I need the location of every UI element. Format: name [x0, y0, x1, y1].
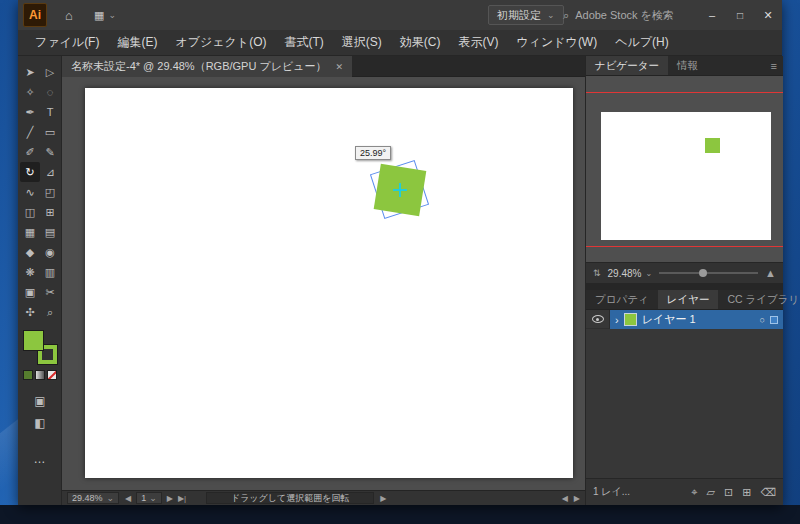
perspective-grid-tool[interactable]: ⊞: [40, 202, 60, 222]
artboard-number-field[interactable]: 1 ⌄: [136, 492, 162, 504]
line-segment-tool[interactable]: ╱: [20, 122, 40, 142]
hand-tool[interactable]: ✣: [20, 302, 40, 322]
blend-tool[interactable]: ◉: [40, 242, 60, 262]
tab-layers[interactable]: レイヤー: [658, 290, 719, 309]
layer-target-icon[interactable]: ○: [760, 315, 765, 325]
visibility-cell[interactable]: [586, 310, 610, 329]
last-artboard-icon[interactable]: ▶|: [178, 494, 186, 503]
scroll-right-icon[interactable]: ▶: [380, 494, 386, 503]
next-artboard-icon[interactable]: ▶: [167, 494, 173, 503]
menu-select[interactable]: 選択(S): [333, 34, 391, 51]
expand-chevron-icon[interactable]: ›: [615, 314, 619, 326]
close-button[interactable]: ✕: [754, 0, 782, 30]
gradient-tool[interactable]: ▤: [40, 222, 60, 242]
column-graph-tool[interactable]: ▥: [40, 262, 60, 282]
drawing-mode-icon[interactable]: ▣: [18, 394, 62, 408]
zoom-steppers-icon[interactable]: ⇅: [593, 268, 601, 278]
chevron-down-icon: ⌄: [108, 10, 116, 20]
rotate-tool[interactable]: ↻: [20, 162, 40, 182]
menu-window[interactable]: ウィンドウ(W): [507, 34, 606, 51]
arrange-documents-button[interactable]: ▦ ⌄: [88, 0, 122, 30]
zoom-level-select[interactable]: 29.48% ⌄: [67, 492, 119, 504]
navigator-zoom-text: 29.48%: [608, 268, 642, 279]
menu-object[interactable]: オブジェクト(O): [166, 34, 275, 51]
menu-type[interactable]: 書式(T): [275, 34, 332, 51]
panel-menu-icon[interactable]: ≡: [765, 56, 783, 75]
visibility-eye-icon[interactable]: [592, 315, 604, 323]
locate-object-icon[interactable]: ⌖: [691, 486, 697, 499]
make-clip-mask-icon[interactable]: ▱: [707, 486, 715, 499]
menu-edit[interactable]: 編集(E): [108, 34, 166, 51]
home-icon[interactable]: ⌂: [56, 0, 82, 30]
edit-toolbar-button[interactable]: …: [18, 452, 62, 466]
mesh-tool[interactable]: ▦: [20, 222, 40, 242]
minimize-button[interactable]: –: [698, 0, 726, 30]
document-tab[interactable]: 名称未設定-4* @ 29.48%（RGB/GPU プレビュー） ✕: [62, 56, 352, 77]
zoom-slider-thumb[interactable]: [699, 269, 707, 277]
navigator-zoom-slider[interactable]: [659, 272, 758, 274]
pen-tool[interactable]: ✒: [20, 102, 40, 122]
document-tab-title: 名称未設定-4* @ 29.48%（RGB/GPU プレビュー）: [71, 59, 326, 74]
adobe-stock-search[interactable]: ⌕ Adobe Stock を検索: [563, 5, 674, 25]
status-hint: ドラッグして選択範囲を回転: [206, 492, 374, 504]
chevron-down-icon: ⌄: [645, 269, 652, 278]
screen-mode-icon[interactable]: ◧: [18, 416, 62, 430]
new-sublayer-icon[interactable]: ⊡: [724, 486, 733, 499]
rectangle-tool[interactable]: ▭: [40, 122, 60, 142]
slice-tool[interactable]: ✂: [40, 282, 60, 302]
maximize-button[interactable]: □: [726, 0, 754, 30]
main-area: ➤ ▷ ✧ ◌ ✒ T ╱ ▭ ✐ ✎ ↻ ⊿ ∿ ◰ ◫ ⊞ ▦: [18, 56, 782, 505]
tab-properties[interactable]: プロパティ: [586, 290, 658, 309]
workspace-switcher[interactable]: 初期設定 ⌄: [488, 5, 564, 25]
tab-close-icon[interactable]: ✕: [335, 62, 343, 72]
symbol-sprayer-tool[interactable]: ❋: [20, 262, 40, 282]
zoom-in-icon[interactable]: ▲: [765, 267, 776, 279]
eyedropper-tool[interactable]: ◆: [20, 242, 40, 262]
direct-selection-tool[interactable]: ▷: [40, 62, 60, 82]
canvas[interactable]: 25.99°: [62, 77, 585, 490]
gradient-button[interactable]: [35, 370, 45, 380]
type-tool[interactable]: T: [40, 102, 60, 122]
menu-help[interactable]: ヘルプ(H): [606, 34, 678, 51]
lasso-tool[interactable]: ◌: [40, 82, 60, 102]
menu-file[interactable]: ファイル(F): [26, 34, 108, 51]
pencil-tool[interactable]: ✎: [40, 142, 60, 162]
selection-tool[interactable]: ➤: [20, 62, 40, 82]
none-button[interactable]: [47, 370, 57, 380]
color-button[interactable]: [23, 370, 33, 380]
layer-row-body[interactable]: › レイヤー 1 ○: [610, 310, 783, 329]
scale-tool[interactable]: ⊿: [40, 162, 60, 182]
navigator-preview[interactable]: [586, 76, 783, 262]
new-layer-icon[interactable]: ⊞: [742, 486, 751, 499]
chevron-down-icon: ⌄: [107, 493, 115, 503]
width-tool[interactable]: ∿: [20, 182, 40, 202]
tab-navigator[interactable]: ナビゲーター: [586, 56, 668, 75]
delete-layer-icon[interactable]: ⌫: [760, 486, 776, 499]
fill-swatch[interactable]: [23, 330, 44, 351]
tab-info[interactable]: 情報: [668, 56, 707, 75]
shape-builder-tool[interactable]: ◫: [20, 202, 40, 222]
layer-row[interactable]: › レイヤー 1 ○: [586, 310, 783, 329]
menu-view[interactable]: 表示(V): [449, 34, 507, 51]
scroll-left-icon[interactable]: ◀: [562, 494, 568, 503]
navigator-zoom-value[interactable]: 29.48% ⌄: [608, 268, 653, 279]
proxy-green-square: [705, 138, 720, 153]
zoom-tool[interactable]: ⌕: [40, 302, 60, 322]
document-area: 名称未設定-4* @ 29.48%（RGB/GPU プレビュー） ✕ 25.99…: [62, 56, 585, 505]
windows-taskbar[interactable]: [0, 505, 800, 524]
layer-name[interactable]: レイヤー 1: [642, 312, 696, 327]
fill-stroke-swatches: [23, 330, 57, 364]
artboard[interactable]: 25.99°: [85, 88, 573, 478]
tools-grid: ➤ ▷ ✧ ◌ ✒ T ╱ ▭ ✐ ✎ ↻ ⊿ ∿ ◰ ◫ ⊞ ▦: [20, 62, 60, 322]
menu-effect[interactable]: 効果(C): [391, 34, 450, 51]
layer-selection-indicator[interactable]: [770, 316, 778, 324]
scroll-right-icon[interactable]: ▶: [574, 494, 580, 503]
right-panel-column: ナビゲーター 情報 ≡ ⇅ 29.48%: [585, 56, 782, 505]
layer-thumbnail[interactable]: [624, 313, 637, 326]
artboard-tool[interactable]: ▣: [20, 282, 40, 302]
paintbrush-tool[interactable]: ✐: [20, 142, 40, 162]
magic-wand-tool[interactable]: ✧: [20, 82, 40, 102]
previous-artboard-icon[interactable]: ◀: [125, 494, 131, 503]
free-transform-tool[interactable]: ◰: [40, 182, 60, 202]
tab-cc-libraries[interactable]: CC ライブラリ: [718, 290, 800, 309]
